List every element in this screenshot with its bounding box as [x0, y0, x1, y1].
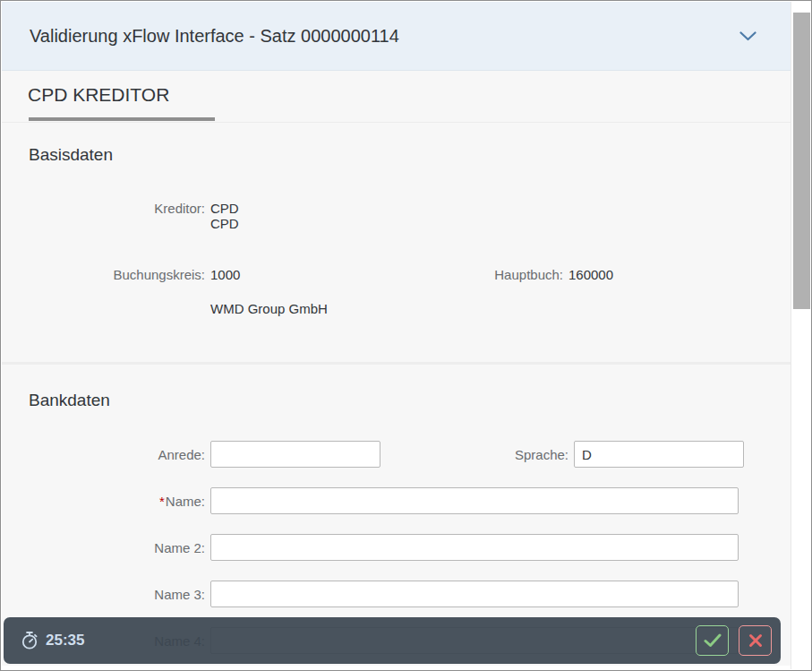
name-label: *Name: — [22, 494, 205, 509]
basisdaten-panel: Basisdaten Kreditor: CPDCPD Buchungskrei… — [2, 123, 791, 362]
checkmark-icon — [704, 633, 722, 648]
buchungskreis-row: Buchungskreis: 1000 Hauptbuch: 160000 — [2, 267, 791, 282]
reject-button[interactable] — [739, 625, 772, 656]
name3-input[interactable] — [210, 581, 739, 607]
kreditor-label: Kreditor: — [22, 201, 205, 216]
name3-label: Name 3: — [22, 587, 205, 602]
tab-strip: CPD KREDITOR — [2, 71, 791, 123]
bankdaten-title: Bankdaten — [29, 390, 791, 410]
timer: 25:35 — [21, 631, 84, 650]
chevron-down-icon[interactable] — [736, 28, 760, 45]
name-input[interactable] — [210, 487, 739, 514]
required-indicator: * — [159, 494, 165, 509]
timer-action-bar: 25:35 — [4, 617, 781, 664]
x-icon — [748, 633, 763, 648]
hauptbuch-label: Hauptbuch: — [359, 267, 563, 282]
buchungskreis-name: WMD Group GmbH — [210, 301, 354, 316]
anrede-label: Anrede: — [22, 447, 205, 462]
chevron-down-glyph — [739, 31, 756, 41]
validation-dialog-window: Validierung xFlow Interface - Satz 00000… — [0, 0, 812, 671]
anrede-sprache-row: Anrede: Sprache: — [2, 441, 739, 468]
name2-label: Name 2: — [22, 540, 205, 555]
name-label-text: Name: — [166, 494, 205, 509]
dialog-header: Validierung xFlow Interface - Satz 00000… — [2, 2, 791, 71]
name3-row: Name 3: — [2, 581, 739, 607]
vertical-scrollbar[interactable] — [791, 2, 810, 669]
timer-value: 25:35 — [46, 632, 84, 649]
dialog-content: Validierung xFlow Interface - Satz 00000… — [2, 2, 791, 669]
scrollbar-thumb[interactable] — [793, 13, 810, 309]
kreditor-id: CPD — [210, 201, 330, 216]
active-tab-indicator — [29, 117, 215, 121]
buchungskreis-label: Buchungskreis: — [22, 267, 205, 282]
sprache-label: Sprache: — [386, 447, 568, 462]
hauptbuch-value: 160000 — [568, 267, 791, 282]
stopwatch-icon — [21, 631, 38, 650]
buchungskreis-name-row: WMD Group GmbH — [2, 301, 791, 316]
kreditor-text: CPD — [210, 216, 239, 231]
kreditor-row: Kreditor: CPDCPD — [2, 201, 791, 231]
buchungskreis-value: 1000 — [210, 267, 354, 282]
basisdaten-title: Basisdaten — [29, 144, 791, 165]
name2-input[interactable] — [210, 534, 739, 561]
anrede-input[interactable] — [210, 441, 380, 468]
dialog-title: Validierung xFlow Interface - Satz 00000… — [30, 26, 399, 47]
tab-cpd-kreditor[interactable]: CPD KREDITOR — [28, 71, 169, 106]
kreditor-value: CPDCPD — [210, 201, 354, 231]
name2-row: Name 2: — [2, 534, 739, 561]
confirm-button[interactable] — [696, 625, 729, 656]
sprache-input[interactable] — [574, 441, 744, 468]
name-row: *Name: — [2, 487, 739, 514]
footer-buttons — [696, 625, 772, 656]
